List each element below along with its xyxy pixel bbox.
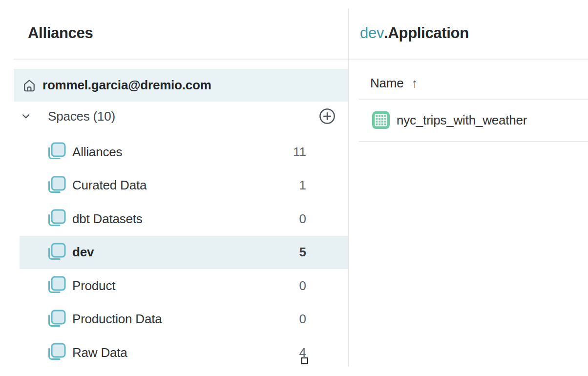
space-icon	[46, 275, 67, 296]
space-label: Product	[72, 278, 115, 293]
space-count: 11	[293, 145, 306, 160]
panel-title-divider	[349, 59, 588, 60]
space-icon	[46, 342, 67, 363]
space-icon	[46, 142, 67, 162]
spaces-section-label: Spaces (10)	[48, 109, 115, 124]
dataset-row-nyc-trips-with-weather[interactable]: nyc_trips_with_weather	[349, 99, 588, 141]
chevron-down-icon[interactable]	[21, 111, 31, 122]
space-count: 0	[299, 278, 306, 293]
column-header-name[interactable]: Name ↑	[349, 67, 588, 99]
sort-ascending-icon[interactable]: ↑	[412, 76, 418, 91]
space-icon	[46, 175, 67, 196]
dremio-catalog-page: Alliances rommel.garcia@dremio.com Space…	[0, 0, 588, 376]
sidebar-item-dev[interactable]: dev 5	[20, 236, 348, 270]
space-count: 5	[299, 245, 306, 260]
column-header-label: Name	[370, 76, 404, 91]
space-label: Curated Data	[72, 178, 147, 193]
dataset-table-icon	[372, 111, 390, 129]
space-count: 1	[299, 178, 306, 193]
unknown-glyph	[301, 357, 308, 364]
sidebar-item-product[interactable]: Product 0	[20, 269, 348, 303]
plus-circle-icon	[319, 108, 336, 125]
sidebar-item-production-data[interactable]: Production Data 0	[20, 303, 348, 336]
catalog-sidebar: Alliances rommel.garcia@dremio.com Space…	[0, 0, 348, 376]
space-count: 0	[299, 312, 306, 327]
dataset-browser-panel: dev.Application Name ↑ nyc_trips_with_we…	[349, 0, 588, 376]
home-icon	[22, 78, 37, 93]
home-catalog-item[interactable]: rommel.garcia@dremio.com	[14, 69, 348, 102]
space-label: dev	[72, 245, 94, 260]
sidebar-item-alliances[interactable]: Alliances 11	[20, 135, 348, 169]
sidebar-item-curated-data[interactable]: Curated Data 1	[20, 169, 348, 203]
spaces-section-header[interactable]: Spaces (10)	[0, 101, 348, 132]
space-label: Raw Data	[72, 345, 127, 360]
space-label: Alliances	[72, 145, 122, 160]
home-user-label: rommel.garcia@dremio.com	[42, 78, 211, 93]
page-title: Alliances	[28, 24, 93, 42]
space-label: dbt Datasets	[72, 211, 143, 227]
space-icon	[46, 209, 67, 229]
space-label: Production Data	[72, 312, 162, 327]
dataset-name: nyc_trips_with_weather	[397, 113, 527, 128]
spaces-list: Alliances 11 Curated Data 1	[0, 135, 348, 370]
breadcrumb: dev.Application	[360, 24, 469, 42]
add-space-button[interactable]	[319, 108, 336, 125]
space-icon	[46, 242, 67, 263]
breadcrumb-current: .Application	[384, 24, 469, 42]
sidebar-item-dbt-datasets[interactable]: dbt Datasets 0	[20, 202, 348, 236]
sidebar-item-raw-data[interactable]: Raw Data 4	[20, 336, 348, 370]
sidebar-title-divider	[14, 59, 348, 60]
space-icon	[46, 309, 67, 330]
breadcrumb-parent-link[interactable]: dev	[360, 24, 384, 42]
space-count: 0	[299, 211, 306, 227]
table-row-divider	[359, 141, 588, 142]
